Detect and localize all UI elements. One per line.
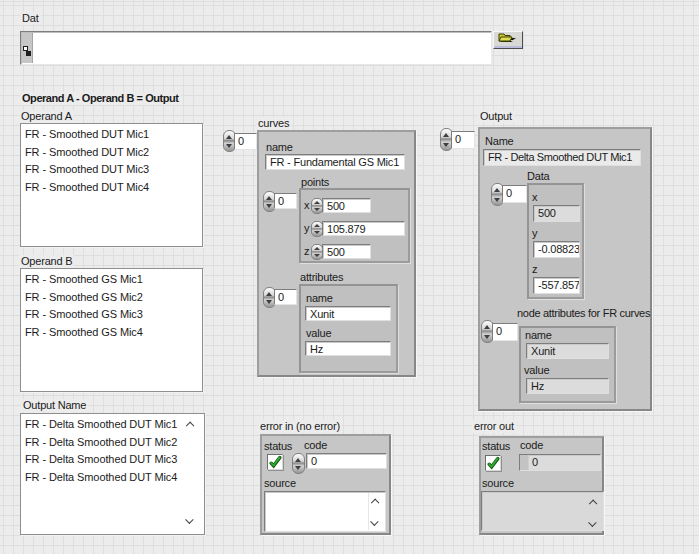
error-out-status-indicator bbox=[485, 455, 501, 471]
curves-name-field[interactable]: FR - Fundamental GS Mic1 bbox=[265, 154, 405, 170]
list-item[interactable]: FR - Smoothed GS Mic2 bbox=[21, 289, 202, 307]
node-attributes-label: node attributes for FR curves bbox=[517, 307, 650, 320]
list-item[interactable]: FR - Smoothed GS Mic4 bbox=[21, 324, 202, 342]
output-name-field: FR - Delta Smoothed DUT Mic1 bbox=[483, 149, 641, 166]
section-title: Operand A - Operand B = Output bbox=[20, 92, 181, 105]
list-item[interactable]: FR - Delta Smoothed DUT Mic2 bbox=[21, 434, 204, 452]
error-in-status-label: status bbox=[264, 440, 292, 453]
error-in-code-field[interactable]: 0 bbox=[306, 453, 387, 469]
points-z-field[interactable]: 500 bbox=[322, 244, 371, 259]
list-item[interactable]: FR - Smoothed DUT Mic3 bbox=[21, 161, 202, 179]
error-in-source-field[interactable] bbox=[264, 491, 386, 532]
data-index-value[interactable]: 0 bbox=[502, 185, 527, 203]
attributes-name-field[interactable]: Xunit bbox=[305, 306, 391, 321]
node-attributes-index-value[interactable]: 0 bbox=[492, 323, 518, 341]
points-y-label: y bbox=[304, 222, 309, 235]
operand-a-label: Operand A bbox=[19, 110, 74, 123]
points-z-label: z bbox=[304, 245, 309, 258]
data-y-field: -0.08823 bbox=[533, 241, 580, 258]
error-in-label: error in (no error) bbox=[258, 420, 342, 433]
error-in-source-label: source bbox=[264, 477, 296, 490]
data-y-label: y bbox=[532, 227, 537, 240]
path-control bbox=[20, 31, 492, 65]
list-item[interactable]: FR - Smoothed GS Mic1 bbox=[21, 271, 202, 289]
data-z-field: -557.857 bbox=[533, 277, 580, 294]
error-in-code-spinner[interactable] bbox=[292, 453, 305, 474]
browse-button[interactable] bbox=[493, 31, 523, 49]
list-item[interactable]: FR - Delta Smoothed DUT Mic3 bbox=[21, 451, 204, 469]
output-index-value[interactable]: 0 bbox=[451, 131, 475, 149]
operand-a-listbox[interactable]: FR - Smoothed DUT Mic1 FR - Smoothed DUT… bbox=[20, 123, 203, 247]
scroll-down-icon[interactable] bbox=[186, 517, 195, 526]
error-out-code-label: code bbox=[520, 439, 543, 452]
list-item[interactable]: FR - Smoothed DUT Mic1 bbox=[21, 126, 202, 144]
scrollbar-track bbox=[368, 493, 369, 530]
path-input[interactable] bbox=[34, 34, 484, 60]
list-item[interactable]: FR - Smoothed DUT Mic4 bbox=[21, 179, 202, 197]
list-item[interactable]: FR - Smoothed GS Mic3 bbox=[21, 306, 202, 324]
path-control-label: Dat bbox=[20, 12, 41, 25]
list-item[interactable]: FR - Delta Smoothed DUT Mic4 bbox=[21, 469, 204, 487]
check-icon bbox=[268, 455, 282, 469]
node-attributes-value-label: value bbox=[524, 364, 549, 377]
scroll-up-icon[interactable] bbox=[589, 498, 598, 507]
scroll-down-icon[interactable] bbox=[589, 520, 598, 529]
attributes-index-value[interactable]: 0 bbox=[274, 289, 297, 305]
curves-index-value[interactable]: 0 bbox=[234, 133, 257, 150]
output-name-listbox[interactable]: FR - Delta Smoothed DUT Mic1 FR - Delta … bbox=[20, 413, 205, 535]
curves-label: curves bbox=[256, 117, 291, 130]
data-z-label: z bbox=[532, 263, 537, 276]
operand-b-listbox[interactable]: FR - Smoothed GS Mic1 FR - Smoothed GS M… bbox=[20, 268, 203, 392]
operand-b-label: Operand B bbox=[19, 255, 74, 268]
error-in-status-checkbox[interactable] bbox=[267, 454, 283, 470]
points-x-field[interactable]: 500 bbox=[322, 198, 371, 213]
browse-folder-icon bbox=[497, 32, 517, 44]
error-in-code-label: code bbox=[304, 439, 327, 452]
curves-name-label: name bbox=[266, 141, 293, 154]
attributes-name-label: name bbox=[306, 292, 333, 305]
scroll-up-icon[interactable] bbox=[186, 420, 195, 429]
scroll-down-icon[interactable] bbox=[371, 519, 380, 528]
data-x-label: x bbox=[532, 191, 537, 204]
node-attributes-name-field: Xunit bbox=[526, 343, 609, 359]
attributes-label: attributes bbox=[300, 271, 343, 284]
points-y-field[interactable]: 105.879 bbox=[322, 221, 405, 236]
error-out-source-field bbox=[481, 491, 604, 531]
node-attributes-value-field: Hz bbox=[526, 378, 609, 394]
output-name-field-label: Name bbox=[485, 135, 514, 148]
error-out-status-label: status bbox=[482, 440, 510, 453]
node-attributes-name-label: name bbox=[525, 329, 552, 342]
data-label: Data bbox=[527, 170, 549, 183]
list-item[interactable]: FR - Delta Smoothed DUT Mic1 bbox=[21, 416, 204, 434]
path-type-strip bbox=[22, 33, 33, 63]
points-x-label: x bbox=[304, 199, 309, 212]
list-item[interactable]: FR - Smoothed DUT Mic2 bbox=[21, 144, 202, 162]
path-glyph-icon bbox=[23, 46, 31, 57]
data-x-field: 500 bbox=[533, 205, 580, 222]
error-out-code-field: 0 bbox=[519, 454, 601, 471]
attributes-value-label: value bbox=[306, 327, 331, 340]
output-name-label: Output Name bbox=[21, 399, 88, 412]
error-out-source-label: source bbox=[482, 477, 514, 490]
disabled-spinner-stub bbox=[520, 455, 529, 471]
check-icon bbox=[486, 456, 500, 470]
error-out-code-text: 0 bbox=[532, 456, 538, 469]
labview-front-panel: { "panel": { "path_label": "Dat", "path_… bbox=[0, 0, 699, 554]
attributes-value-field[interactable]: Hz bbox=[305, 341, 391, 356]
output-label: Output bbox=[478, 110, 514, 123]
error-out-label: error out bbox=[472, 420, 516, 433]
scroll-up-icon[interactable] bbox=[371, 497, 380, 506]
points-index-value[interactable]: 0 bbox=[274, 193, 297, 209]
